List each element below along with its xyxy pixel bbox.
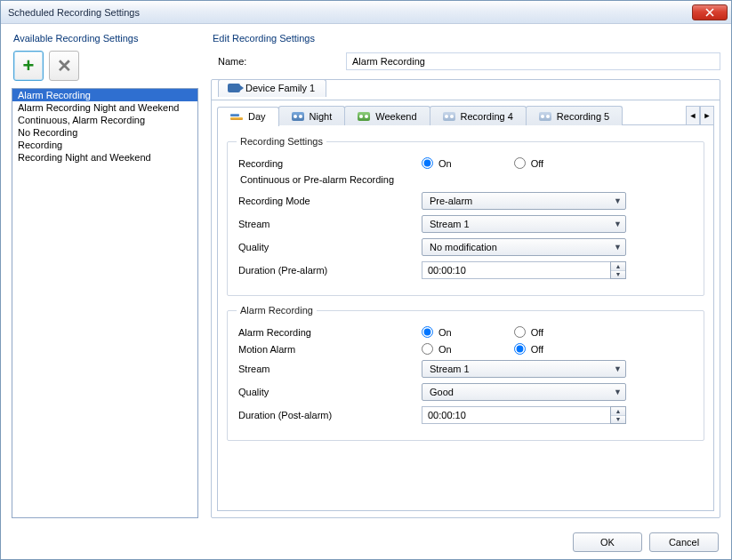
list-item[interactable]: No Recording [12, 126, 197, 139]
duration-prealarm-spinner[interactable]: ▲▼ [610, 261, 626, 279]
duration-prealarm-input[interactable] [422, 261, 610, 279]
recording-off-option[interactable]: Off [514, 157, 543, 169]
tab-night[interactable]: Night [278, 106, 346, 125]
tape-icon [443, 112, 455, 121]
duration-postalarm-spinner[interactable]: ▲▼ [610, 406, 626, 424]
ok-button[interactable]: OK [573, 532, 642, 552]
tape-icon [358, 112, 370, 121]
schedule-tabrow: DayNightWeekendRecording 4Recording 5◄► [217, 106, 714, 125]
motion-off-option[interactable]: Off [514, 343, 543, 355]
tape-icon [539, 112, 551, 121]
alarm-off-option[interactable]: Off [514, 326, 543, 338]
alarm-off-radio[interactable] [514, 326, 526, 338]
chevron-down-icon: ▼ [614, 220, 622, 228]
list-item[interactable]: Alarm Recording [12, 89, 197, 101]
recording-settings-section: Recording Settings Recording On Off Cont… [227, 136, 704, 296]
alarm-recording-section: Alarm Recording Alarm Recording On Off M… [227, 305, 704, 441]
tab-scroll-right[interactable]: ► [700, 106, 714, 125]
add-button[interactable]: + [13, 51, 44, 81]
recording-mode-label: Recording Mode [237, 196, 414, 206]
duration-postalarm-input[interactable] [422, 406, 610, 424]
recording-settings-legend: Recording Settings [237, 136, 326, 147]
recording-label: Recording [237, 158, 414, 169]
chevron-down-icon: ▼ [614, 196, 622, 205]
alarm-stream-select[interactable]: Stream 1▼ [422, 360, 626, 378]
motion-alarm-label: Motion Alarm [237, 344, 414, 355]
list-item[interactable]: Recording Night and Weekend [12, 151, 197, 164]
alarm-stream-label: Stream [237, 364, 414, 374]
titlebar: Scheduled Recording Settings [1, 1, 731, 24]
cancel-button[interactable]: Cancel [649, 532, 719, 552]
tab-recording-5[interactable]: Recording 5 [526, 106, 623, 125]
spinner-up-icon[interactable]: ▲ [611, 407, 625, 416]
recording-mode-select[interactable]: Pre-alarm▼ [422, 192, 626, 210]
available-settings-label: Available Recording Settings [13, 33, 198, 44]
continuous-prealarm-subhead: Continuous or Pre-alarm Recording [240, 174, 695, 185]
chevron-down-icon: ▼ [614, 388, 622, 396]
list-item[interactable]: Alarm Recording Night and Weekend [12, 101, 197, 114]
tape-icon [292, 112, 304, 121]
chevron-right-icon: ► [704, 111, 712, 120]
list-item[interactable]: Recording [12, 139, 197, 151]
spinner-down-icon[interactable]: ▼ [611, 416, 625, 424]
tab-scroll-left[interactable]: ◄ [686, 106, 700, 125]
duration-prealarm-label: Duration (Pre-alarm) [237, 265, 414, 276]
chevron-left-icon: ◄ [689, 111, 697, 120]
plus-icon: + [23, 56, 35, 76]
edit-settings-label: Edit Recording Settings [213, 33, 720, 44]
tab-day[interactable]: Day [217, 107, 279, 126]
alarm-recording-legend: Alarm Recording [237, 305, 317, 316]
quality-select[interactable]: No modification▼ [422, 238, 626, 256]
delete-button[interactable]: ✕ [49, 51, 79, 81]
alarm-quality-label: Quality [237, 387, 414, 397]
recording-off-radio[interactable] [514, 157, 526, 169]
schedule-icon [230, 112, 243, 122]
name-input[interactable] [346, 52, 720, 70]
x-icon: ✕ [57, 55, 72, 76]
list-item[interactable]: Continuous, Alarm Recording [12, 114, 197, 126]
alarm-on-radio[interactable] [422, 326, 433, 338]
alarm-on-option[interactable]: On [422, 326, 452, 338]
stream-label: Stream [237, 219, 414, 229]
motion-on-radio[interactable] [422, 343, 433, 355]
spinner-down-icon[interactable]: ▼ [611, 271, 625, 279]
motion-off-radio[interactable] [514, 343, 526, 355]
recording-on-radio[interactable] [422, 157, 433, 169]
name-label: Name: [218, 56, 325, 67]
chevron-down-icon: ▼ [614, 364, 622, 373]
stream-select[interactable]: Stream 1▼ [422, 215, 626, 233]
quality-label: Quality [237, 242, 414, 252]
close-button[interactable] [692, 4, 728, 20]
chevron-down-icon: ▼ [614, 243, 622, 252]
recording-on-option[interactable]: On [422, 157, 452, 169]
motion-on-option[interactable]: On [422, 343, 452, 355]
close-icon [705, 8, 714, 17]
spinner-up-icon[interactable]: ▲ [611, 262, 625, 271]
window-title: Scheduled Recording Settings [8, 7, 140, 18]
alarm-recording-label: Alarm Recording [237, 327, 414, 338]
settings-listbox[interactable]: Alarm RecordingAlarm Recording Night and… [12, 88, 198, 518]
tab-weekend[interactable]: Weekend [344, 106, 430, 125]
alarm-quality-select[interactable]: Good▼ [422, 383, 626, 401]
tab-recording-4[interactable]: Recording 4 [430, 106, 527, 125]
duration-postalarm-label: Duration (Post-alarm) [237, 410, 414, 420]
